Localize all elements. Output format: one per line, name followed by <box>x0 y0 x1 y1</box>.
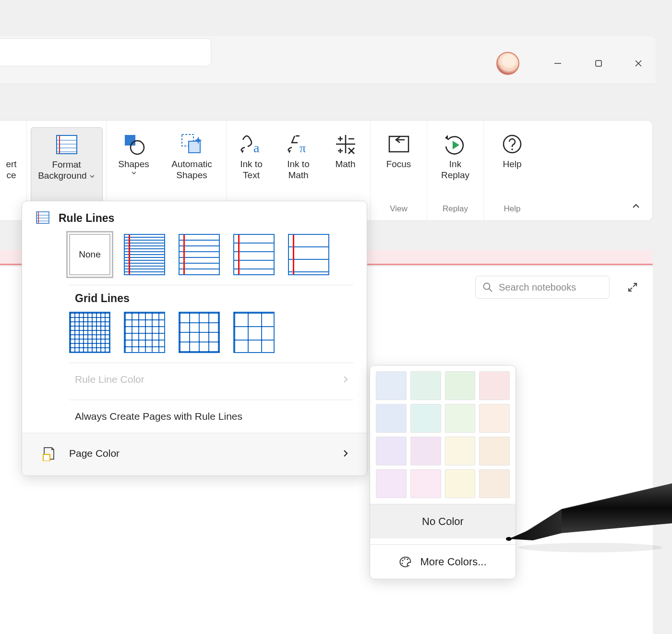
group-label: Help <box>504 204 521 218</box>
label: Focus <box>386 159 411 170</box>
format-background-button[interactable]: Format Background <box>31 127 103 204</box>
focus-button[interactable]: Focus <box>375 127 423 204</box>
svg-line-30 <box>489 289 492 292</box>
ribbon-collapse-button[interactable] <box>631 201 641 211</box>
rule-lines-heading: Rule Lines <box>59 212 114 225</box>
label: Page Color <box>69 448 120 459</box>
grid-small[interactable] <box>69 312 110 353</box>
group-label: View <box>390 204 408 218</box>
label: ert <box>6 159 16 170</box>
grid-medium[interactable] <box>124 312 165 353</box>
label: More Colors... <box>420 556 486 568</box>
color-swatch-6[interactable] <box>445 404 476 433</box>
color-swatch-10[interactable] <box>445 437 476 465</box>
ink-to-text-button[interactable]: a Ink to Text <box>229 127 274 204</box>
color-swatch-7[interactable] <box>479 404 510 433</box>
svg-text:a: a <box>253 140 260 155</box>
label: Replay <box>441 170 469 181</box>
label: None <box>79 249 100 260</box>
svg-point-39 <box>402 560 404 561</box>
svg-point-21 <box>339 148 341 150</box>
svg-point-42 <box>402 562 403 564</box>
help-button[interactable]: Help <box>488 127 536 204</box>
math-button[interactable]: Math <box>324 127 368 204</box>
auto-shapes-icon <box>179 130 205 158</box>
svg-rect-38 <box>43 454 50 461</box>
svg-point-41 <box>407 558 408 560</box>
label: Background <box>38 171 95 181</box>
color-swatch-2[interactable] <box>445 371 476 400</box>
titlebar-search-area <box>0 38 211 66</box>
label: Help <box>503 159 521 170</box>
rule-lines-standard[interactable] <box>233 234 275 275</box>
dropdown-caret <box>131 170 137 176</box>
label: Text <box>243 170 260 181</box>
color-swatch-0[interactable] <box>376 371 407 400</box>
more-colors-item[interactable]: More Colors... <box>370 544 516 579</box>
color-swatch-12[interactable] <box>376 469 407 498</box>
label: Always Create Pages with Rule Lines <box>75 411 242 422</box>
search-placeholder: Search notebooks <box>499 282 576 293</box>
format-background-dropdown: Rule Lines None Grid Lines Rule Line Col… <box>22 201 367 476</box>
color-swatch-11[interactable] <box>479 437 510 465</box>
chevron-right-icon <box>342 376 349 383</box>
rule-lines-none[interactable]: None <box>69 234 110 275</box>
window-close-button[interactable] <box>626 52 651 75</box>
label: No Color <box>422 515 464 528</box>
color-swatch-5[interactable] <box>410 404 441 433</box>
always-create-rule-lines-item[interactable]: Always Create Pages with Rule Lines <box>22 400 367 433</box>
svg-point-40 <box>404 558 406 559</box>
ink-to-math-icon: π <box>285 130 312 158</box>
label: Math <box>335 159 355 170</box>
color-swatch-1[interactable] <box>410 371 441 400</box>
rule-lines-college[interactable] <box>179 234 220 275</box>
label: Ink to <box>287 159 309 170</box>
color-swatch-15[interactable] <box>479 469 510 498</box>
no-color-item[interactable]: No Color <box>370 504 516 538</box>
color-swatch-13[interactable] <box>410 469 441 498</box>
user-avatar[interactable] <box>496 52 519 75</box>
page-color-icon <box>41 446 56 461</box>
automatic-shapes-button[interactable]: Automatic Shapes <box>161 127 223 204</box>
expand-icon[interactable] <box>623 278 642 297</box>
color-swatch-4[interactable] <box>376 404 407 433</box>
window-minimize-button[interactable] <box>545 52 570 75</box>
window-maximize-button[interactable] <box>586 52 611 75</box>
color-swatch-3[interactable] <box>479 371 510 400</box>
rule-lines-wide[interactable] <box>288 234 329 275</box>
svg-point-22 <box>339 151 341 153</box>
color-swatch-14[interactable] <box>445 469 476 498</box>
label: Automatic <box>171 159 212 170</box>
svg-line-32 <box>633 283 636 287</box>
shapes-icon <box>122 130 146 158</box>
ink-replay-button[interactable]: Ink Replay <box>432 127 480 204</box>
ink-replay-icon <box>443 130 468 158</box>
grid-large[interactable] <box>179 312 220 353</box>
focus-icon <box>387 130 410 158</box>
grid-xlarge[interactable] <box>233 312 275 353</box>
search-icon <box>482 282 493 293</box>
page-color-item[interactable]: Page Color <box>22 433 367 476</box>
color-swatch-9[interactable] <box>410 437 441 465</box>
palette-icon <box>399 556 412 568</box>
label: Shapes <box>118 159 149 170</box>
ink-to-text-icon: a <box>238 130 265 158</box>
label: Ink to <box>240 159 262 170</box>
app-window: ert ce Format Background <box>0 0 672 634</box>
ribbon-button-truncated[interactable]: ert ce <box>1 127 21 204</box>
label: Ink <box>449 159 461 170</box>
shapes-button[interactable]: Shapes <box>110 127 158 204</box>
label: Rule Line Color <box>75 374 144 385</box>
search-notebooks-input[interactable]: Search notebooks <box>475 276 610 299</box>
ink-to-math-button[interactable]: π Ink to Math <box>276 127 321 204</box>
color-swatch-8[interactable] <box>376 437 407 465</box>
svg-point-11 <box>131 141 144 154</box>
svg-text:π: π <box>300 141 306 155</box>
svg-line-31 <box>629 288 632 291</box>
label: Math <box>288 170 308 181</box>
label: Format <box>52 159 81 171</box>
svg-point-28 <box>511 148 513 150</box>
chevron-right-icon <box>342 450 349 457</box>
ruled-page-icon <box>55 131 79 158</box>
rule-lines-narrow[interactable] <box>124 234 165 275</box>
